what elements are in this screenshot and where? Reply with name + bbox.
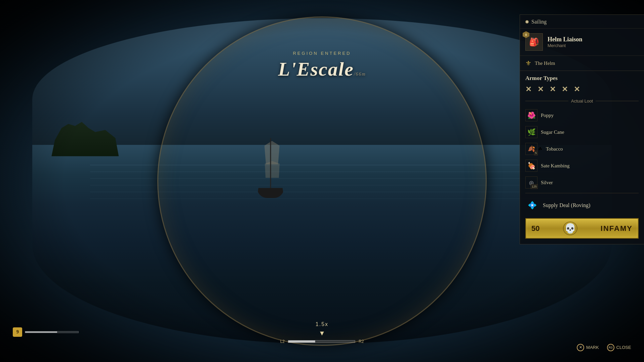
loot-item-silver[interactable]: ◎ 125 Silver	[523, 174, 641, 191]
mark-label: MARK	[586, 345, 599, 350]
close-label: CLOSE	[616, 345, 631, 350]
actual-loot-label: Actual Loot	[571, 98, 593, 104]
region-name: L'Escale/66m	[278, 58, 366, 80]
merchant-type: Merchant	[548, 43, 582, 48]
armor-x-2: ✕	[537, 86, 544, 93]
left-indicator: 9	[13, 327, 79, 337]
speed-label-left: L2	[280, 339, 285, 344]
speed-fill	[288, 340, 315, 343]
ship-hull	[257, 188, 284, 198]
sailing-label: Sailing	[531, 19, 547, 25]
divider-line-left	[525, 101, 568, 101]
satekambing-icon: 🍖	[525, 160, 537, 172]
tobacco-icon: 🍂 5	[525, 143, 537, 155]
speed-bar-container: L2 R2	[280, 339, 364, 344]
infamy-cost: 50	[531, 224, 539, 233]
poppy-icon: 🌺	[525, 109, 537, 121]
close-button[interactable]: R3 CLOSE	[607, 344, 631, 351]
armor-types-header: Armor Types	[520, 71, 644, 84]
mark-btn-icon: ✕	[577, 344, 584, 351]
loot-item-satekambing[interactable]: 🍖 Sate Kambing	[523, 157, 641, 174]
silver-icon: ◎ 125	[525, 176, 537, 189]
loot-item-poppy[interactable]: 🌺 Poppy	[523, 107, 641, 124]
speed-bar	[288, 340, 355, 343]
helm-location: ⚜ The Helm	[520, 56, 644, 71]
zoom-reticle-icon: ▼	[319, 329, 325, 337]
actual-loot-divider: Actual Loot	[520, 97, 644, 107]
ship-silhouette	[250, 137, 291, 198]
supply-deal-icon: 💠	[525, 199, 539, 212]
region-entered-display: REGION ENTERED L'Escale/66m	[278, 51, 366, 80]
bottom-controls: ✕ MARK R3 CLOSE	[577, 344, 631, 351]
mark-button[interactable]: ✕ MARK	[577, 344, 599, 351]
close-btn-icon: R3	[607, 344, 614, 351]
tobacco-name: Tobacco	[546, 146, 563, 152]
sugarcane-name: Sugar Cane	[541, 129, 564, 135]
loot-list: 🌺 Poppy 🌿 Sugar Cane 🍂 5 ☘ Tobacco 🍖 Sat…	[520, 107, 644, 191]
tobacco-extra-icon: ☘	[538, 146, 542, 152]
infamy-button[interactable]: 50 💀 INFAMY	[525, 218, 639, 239]
armor-x-5: ✕	[574, 86, 580, 93]
merchant-panel: Sailing 8 🎒 Helm Liaison Merchant ⚜ The …	[520, 14, 644, 244]
skull-icon: 💀	[564, 223, 576, 234]
divider-line-right	[596, 101, 639, 101]
ship-sail-mid	[265, 161, 280, 178]
merchant-name: Helm Liaison	[548, 36, 582, 43]
left-badge: 9	[13, 327, 22, 337]
silver-name: Silver	[541, 180, 553, 186]
zoom-level: 1.5x	[316, 321, 328, 327]
indicator-bar	[25, 331, 79, 333]
helm-icon: ⚜	[525, 59, 531, 67]
region-entered-label: REGION ENTERED	[278, 51, 366, 56]
bottom-hud: 1.5x ▼ L2 R2	[280, 321, 364, 344]
supply-deal-label: Supply Deal (Roving)	[543, 202, 590, 208]
loot-item-tobacco[interactable]: 🍂 5 ☘ Tobacco	[523, 140, 641, 157]
loot-item-sugarcane[interactable]: 🌿 Sugar Cane	[523, 124, 641, 140]
full-divider	[525, 193, 639, 193]
indicator-fill	[25, 331, 57, 333]
silver-badge: 125	[531, 184, 538, 189]
armor-x-1: ✕	[525, 86, 531, 93]
poppy-name: Poppy	[541, 113, 554, 118]
merchant-info: Helm Liaison Merchant	[548, 36, 582, 48]
sailing-dot-icon	[525, 20, 529, 24]
armor-x-marks: ✕ ✕ ✕ ✕ ✕	[520, 84, 644, 97]
sugarcane-icon: 🌿	[525, 126, 537, 138]
speed-label-right: R2	[359, 339, 364, 344]
merchant-card: 8 🎒 Helm Liaison Merchant	[520, 29, 644, 56]
helm-name: The Helm	[535, 61, 555, 66]
infamy-label: INFAMY	[601, 224, 633, 233]
supply-deal: 💠 Supply Deal (Roving)	[520, 195, 644, 217]
satekambing-name: Sate Kambing	[541, 163, 569, 169]
ship-mast	[270, 138, 271, 189]
ship-sail-top	[265, 141, 280, 164]
armor-x-4: ✕	[562, 86, 568, 93]
tobacco-badge: 5	[534, 151, 538, 155]
armor-x-3: ✕	[550, 86, 556, 93]
sailing-header: Sailing	[520, 15, 644, 29]
